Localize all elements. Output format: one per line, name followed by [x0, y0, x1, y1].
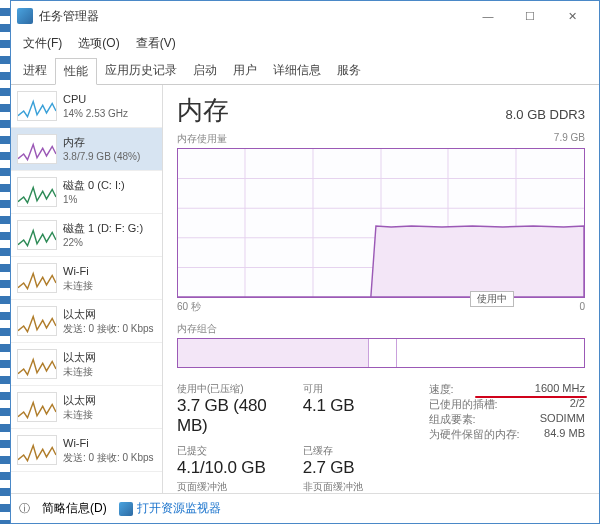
usage-chart: 使用中	[177, 148, 585, 298]
stat-nonpaged-label: 非页面缓冲池	[303, 480, 415, 493]
tab-users[interactable]: 用户	[225, 58, 265, 84]
menubar: 文件(F) 选项(O) 查看(V)	[11, 31, 599, 58]
kv-speed-label: 速度:	[429, 382, 454, 397]
sidebar-item-6[interactable]: 以太网未连接	[11, 343, 162, 386]
sidebar-item-0[interactable]: CPU14% 2.53 GHz	[11, 85, 162, 128]
stat-committed-label: 已提交	[177, 444, 289, 458]
sidebar-item-name: 磁盘 1 (D: F: G:)	[63, 221, 143, 235]
open-resource-monitor-label: 打开资源监视器	[137, 500, 221, 517]
main-panel: 内存 8.0 GB DDR3 内存使用量 7.9 GB	[163, 85, 599, 493]
sidebar-thumb-icon	[17, 306, 57, 336]
sidebar-item-1[interactable]: 内存3.8/7.9 GB (48%)	[11, 128, 162, 171]
stat-available-value: 4.1 GB	[303, 396, 415, 416]
close-button[interactable]: ✕	[551, 2, 593, 30]
stat-paged-label: 页面缓冲池	[177, 480, 289, 493]
content: CPU14% 2.53 GHz内存3.8/7.9 GB (48%)磁盘 0 (C…	[11, 85, 599, 493]
tabbar: 进程 性能 应用历史记录 启动 用户 详细信息 服务	[11, 58, 599, 85]
menu-options[interactable]: 选项(O)	[74, 33, 123, 54]
menu-view[interactable]: 查看(V)	[132, 33, 180, 54]
usage-chart-ymax: 7.9 GB	[554, 132, 585, 146]
sidebar-item-sub: 发送: 0 接收: 0 Kbps	[63, 322, 154, 335]
sidebar-thumb-icon	[17, 134, 57, 164]
sidebar-item-name: 以太网	[63, 307, 154, 321]
chart-x-left: 60 秒	[177, 300, 201, 314]
window-title: 任务管理器	[39, 8, 99, 25]
sidebar-item-name: 以太网	[63, 393, 96, 407]
tab-processes[interactable]: 进程	[15, 58, 55, 84]
sidebar-thumb-icon	[17, 349, 57, 379]
composition-bar	[177, 338, 585, 368]
sidebar-item-sub: 未连接	[63, 279, 93, 292]
kv-form-label: 组成要素:	[429, 412, 476, 427]
sidebar-item-text: CPU14% 2.53 GHz	[63, 92, 128, 119]
sidebar-item-text: 磁盘 1 (D: F: G:)22%	[63, 221, 143, 248]
memory-capacity: 8.0 GB DDR3	[506, 107, 585, 122]
sidebar-item-sub: 发送: 0 接收: 0 Kbps	[63, 451, 154, 464]
sidebar-item-7[interactable]: 以太网未连接	[11, 386, 162, 429]
kv-hwreserved-label: 为硬件保留的内存:	[429, 427, 520, 442]
composition-inuse	[178, 339, 369, 367]
sidebar-item-text: Wi-Fi发送: 0 接收: 0 Kbps	[63, 436, 154, 463]
maximize-button[interactable]: ☐	[509, 2, 551, 30]
metric-title: 内存	[177, 93, 229, 128]
sidebar-item-2[interactable]: 磁盘 0 (C: I:)1%	[11, 171, 162, 214]
usage-chart-label: 内存使用量	[177, 132, 227, 146]
sidebar-thumb-icon	[17, 435, 57, 465]
stat-inuse-value: 3.7 GB (480 MB)	[177, 396, 289, 436]
menu-file[interactable]: 文件(F)	[19, 33, 66, 54]
sidebar-item-name: Wi-Fi	[63, 436, 154, 450]
sidebar-item-name: 以太网	[63, 350, 96, 364]
kv-hwreserved-value: 84.9 MB	[544, 427, 585, 442]
open-resource-monitor-link[interactable]: 打开资源监视器	[119, 500, 221, 517]
tab-details[interactable]: 详细信息	[265, 58, 329, 84]
sidebar[interactable]: CPU14% 2.53 GHz内存3.8/7.9 GB (48%)磁盘 0 (C…	[11, 85, 163, 493]
sidebar-item-name: Wi-Fi	[63, 264, 93, 278]
sidebar-thumb-icon	[17, 263, 57, 293]
sidebar-item-sub: 3.8/7.9 GB (48%)	[63, 150, 140, 163]
sidebar-thumb-icon	[17, 177, 57, 207]
sidebar-item-text: 以太网未连接	[63, 350, 96, 377]
tab-startup[interactable]: 启动	[185, 58, 225, 84]
sidebar-item-sub: 1%	[63, 193, 125, 206]
inuse-badge: 使用中	[470, 291, 514, 307]
footer: ⓘ 简略信息(D) 打开资源监视器	[11, 493, 599, 523]
stat-inuse-label: 使用中(已压缩)	[177, 382, 289, 396]
composition-free	[397, 339, 584, 367]
tab-services[interactable]: 服务	[329, 58, 369, 84]
kv-speed-value: 1600 MHz	[535, 382, 585, 397]
task-manager-icon	[17, 8, 33, 24]
sidebar-item-text: 以太网发送: 0 接收: 0 Kbps	[63, 307, 154, 334]
sidebar-item-3[interactable]: 磁盘 1 (D: F: G:)22%	[11, 214, 162, 257]
titlebar[interactable]: 任务管理器 — ☐ ✕	[11, 1, 599, 31]
sidebar-item-4[interactable]: Wi-Fi未连接	[11, 257, 162, 300]
sidebar-item-sub: 未连接	[63, 365, 96, 378]
sidebar-item-sub: 未连接	[63, 408, 96, 421]
sidebar-thumb-icon	[17, 91, 57, 121]
sidebar-item-text: 磁盘 0 (C: I:)1%	[63, 178, 125, 205]
fewer-details-button[interactable]: 简略信息(D)	[42, 500, 107, 517]
sidebar-item-text: 以太网未连接	[63, 393, 96, 420]
tab-app-history[interactable]: 应用历史记录	[97, 58, 185, 84]
stat-committed-value: 4.1/10.0 GB	[177, 458, 289, 478]
tab-performance[interactable]: 性能	[55, 58, 97, 85]
resource-monitor-icon	[119, 502, 133, 516]
chevron-up-icon[interactable]: ⓘ	[19, 501, 30, 516]
sidebar-item-sub: 22%	[63, 236, 143, 249]
stat-cached-label: 已缓存	[303, 444, 415, 458]
screenshot-left-edge	[0, 0, 10, 524]
sidebar-item-sub: 14% 2.53 GHz	[63, 107, 128, 120]
sidebar-item-text: 内存3.8/7.9 GB (48%)	[63, 135, 140, 162]
sidebar-item-8[interactable]: Wi-Fi发送: 0 接收: 0 Kbps	[11, 429, 162, 472]
kv-slots-label: 已使用的插槽:	[429, 397, 498, 412]
chart-x-right: 0	[579, 301, 585, 312]
task-manager-window: 任务管理器 — ☐ ✕ 文件(F) 选项(O) 查看(V) 进程 性能 应用历史…	[10, 0, 600, 524]
stat-available-label: 可用	[303, 382, 415, 396]
kv-form-value: SODIMM	[540, 412, 585, 427]
stat-cached-value: 2.7 GB	[303, 458, 415, 478]
composition-standby	[369, 339, 397, 367]
kv-slots-value: 2/2	[570, 397, 585, 412]
sidebar-item-name: 磁盘 0 (C: I:)	[63, 178, 125, 192]
sidebar-item-name: CPU	[63, 92, 128, 106]
minimize-button[interactable]: —	[467, 2, 509, 30]
sidebar-item-5[interactable]: 以太网发送: 0 接收: 0 Kbps	[11, 300, 162, 343]
